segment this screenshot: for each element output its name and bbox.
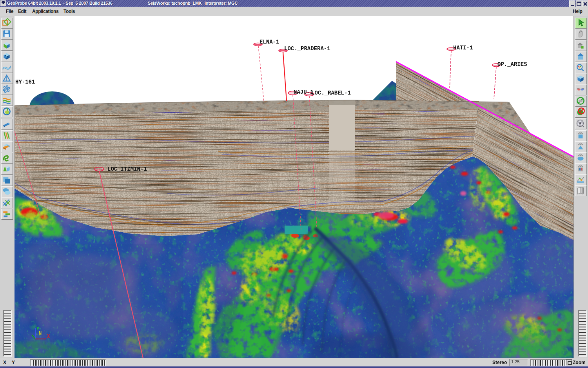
svg-text:X: X bbox=[47, 334, 50, 339]
svg-text:LOC._RABEL-1: LOC._RABEL-1 bbox=[311, 90, 351, 96]
svg-text:LOC_ITZMIN-1: LOC_ITZMIN-1 bbox=[107, 166, 147, 172]
svg-text:HY-161: HY-161 bbox=[15, 79, 35, 85]
svg-text:ELNA-1: ELNA-1 bbox=[260, 39, 279, 45]
svg-text:NAJU-1: NAJU-1 bbox=[294, 89, 313, 95]
svg-text:LOC._PRADERA-1: LOC._PRADERA-1 bbox=[284, 46, 330, 52]
svg-text:HATI-1: HATI-1 bbox=[453, 45, 473, 51]
svg-text:OP._ARIES: OP._ARIES bbox=[497, 61, 527, 67]
svg-text:N: N bbox=[39, 331, 42, 336]
